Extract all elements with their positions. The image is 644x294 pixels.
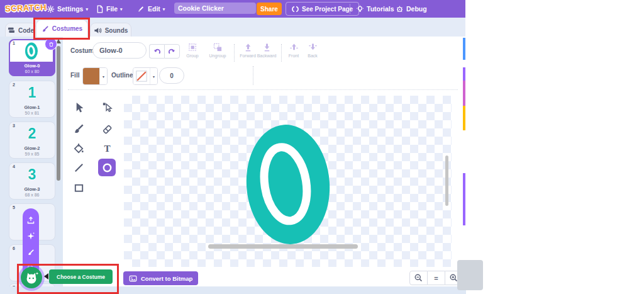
costume-number: 5 [13, 205, 15, 210]
tab-costumes[interactable]: Costumes [36, 20, 88, 37]
group-label: Group [186, 54, 198, 58]
costume-size: 59 x 85 [9, 152, 55, 156]
outline-width-input[interactable] [159, 67, 184, 84]
costume-thumbnail: 1 [9, 82, 55, 103]
front-button[interactable]: Front [285, 43, 303, 58]
tutorials-menu[interactable]: Tutorials [356, 0, 394, 18]
text-tool[interactable]: T [98, 140, 116, 157]
delete-costume-button[interactable] [45, 38, 57, 50]
fill-color-control: ▾ [82, 67, 108, 85]
undo-icon [153, 47, 161, 55]
group-button[interactable]: Group [182, 43, 203, 58]
canvas-vertical-scrollbar[interactable] [445, 155, 448, 206]
tab-sounds-label: Sounds [105, 27, 128, 34]
forward-arrow-icon [243, 43, 253, 52]
costume-size: 68 x 86 [9, 193, 55, 197]
costume-name: Glow-1 [9, 105, 55, 110]
palette-sliver-myblocks [463, 173, 465, 225]
paint-costume-icon[interactable] [26, 248, 35, 257]
brush-tool[interactable] [70, 120, 87, 137]
scratch-logo[interactable]: SCRATCH [5, 3, 47, 13]
fill-color-swatch[interactable] [83, 68, 99, 84]
backward-label: Backward [257, 54, 277, 58]
chevron-down-icon[interactable]: ▾ [99, 68, 107, 84]
convert-to-bitmap-button[interactable]: Convert to Bitmap [123, 271, 198, 285]
edit-label: Edit [148, 5, 160, 13]
costume-name-input[interactable] [92, 42, 147, 59]
line-icon [73, 162, 85, 174]
rectangle-tool[interactable] [70, 179, 87, 196]
choose-costume-button[interactable] [21, 267, 42, 288]
group-icon [188, 43, 197, 52]
back-button[interactable]: Back [305, 43, 320, 58]
tab-sounds[interactable]: Sounds [90, 23, 131, 37]
costume-list-scrollbar[interactable] [57, 46, 60, 181]
debug-menu[interactable]: Debug [396, 0, 427, 18]
project-name-input[interactable] [174, 3, 256, 14]
costume-card[interactable]: 4 3 Glow-3 68 x 86 [9, 162, 55, 200]
edit-menu[interactable]: Edit ▾ [137, 0, 165, 18]
costume-card-selected[interactable]: 1 Glow-0 60 x 80 [9, 39, 55, 76]
menu-bar: SCRATCH Settings ▾ File ▾ Edit ▾ Share [0, 0, 465, 18]
costume-thumbnail: 3 [9, 164, 55, 185]
palette-sliver-sound [463, 81, 465, 106]
see-project-page-label: See Project Page [302, 6, 353, 13]
chevron-down-icon: ▾ [120, 7, 123, 11]
costume-number: 6 [13, 246, 15, 251]
scratch-editor-window: SCRATCH Settings ▾ File ▾ Edit ▾ Share [0, 0, 644, 294]
palette-sliver-events [463, 106, 465, 130]
header-divider [350, 4, 350, 14]
fill-label: Fill [70, 72, 79, 79]
zoom-reset-button[interactable]: = [428, 271, 445, 285]
tab-costumes-label: Costumes [52, 25, 82, 32]
lightbulb-icon [356, 5, 364, 13]
code-blocks-icon [8, 27, 15, 33]
see-project-page-button[interactable]: See Project Page [286, 2, 359, 16]
select-tool[interactable] [70, 98, 87, 116]
costume-name: Glow-2 [9, 145, 55, 151]
undo-button[interactable] [149, 44, 164, 59]
front-arrow-icon [289, 43, 299, 52]
line-tool[interactable] [70, 159, 87, 176]
upload-costume-icon[interactable] [26, 216, 35, 225]
redo-button[interactable] [164, 44, 180, 59]
gear-icon [47, 5, 55, 13]
circle-tool[interactable] [98, 159, 116, 176]
costume-size: 60 x 80 [9, 69, 55, 74]
cat-face-icon [24, 271, 39, 285]
chevron-down-icon[interactable]: ▾ [150, 68, 157, 84]
redo-icon [168, 47, 176, 55]
see-outside-icon [292, 6, 299, 13]
settings-menu[interactable]: Settings ▾ [47, 0, 88, 18]
ungroup-button[interactable]: Ungroup [205, 43, 230, 58]
ungroup-label: Ungroup [209, 54, 226, 58]
costume-thumbnail: 2 [9, 123, 55, 144]
costume-card[interactable]: 2 1 Glow-1 50 x 81 [9, 81, 55, 118]
costume-card[interactable]: 3 2 Glow-2 59 x 85 [9, 122, 55, 159]
share-button[interactable]: Share [257, 3, 282, 15]
paintbrush-icon [42, 25, 49, 33]
eraser-tool[interactable] [98, 120, 116, 137]
pencil-icon [137, 5, 145, 13]
backward-button[interactable]: Backward [255, 43, 279, 58]
canvas-horizontal-scrollbar[interactable] [208, 244, 358, 249]
outline-color-swatch[interactable] [133, 68, 150, 84]
speaker-icon [94, 27, 102, 34]
ungroup-icon [213, 43, 223, 52]
fill-tool[interactable] [70, 140, 87, 157]
chevron-down-icon: ▾ [163, 7, 165, 11]
tab-code[interactable]: Code [5, 23, 36, 37]
file-menu[interactable]: File ▾ [96, 0, 123, 18]
backward-arrow-icon [262, 43, 272, 52]
back-label: Back [308, 54, 318, 58]
costume-zero-drawing[interactable] [238, 122, 340, 249]
costume-zero-thumb [25, 42, 38, 60]
zoom-out-button[interactable] [409, 271, 428, 285]
reshape-tool[interactable] [98, 98, 116, 116]
bug-icon [396, 5, 404, 13]
costume-number: 3 [13, 123, 15, 128]
surprise-costume-icon[interactable] [26, 232, 35, 240]
file-icon [96, 5, 104, 13]
costume-name: Glow-0 [9, 63, 55, 69]
costume-name: Glow-3 [9, 186, 55, 192]
